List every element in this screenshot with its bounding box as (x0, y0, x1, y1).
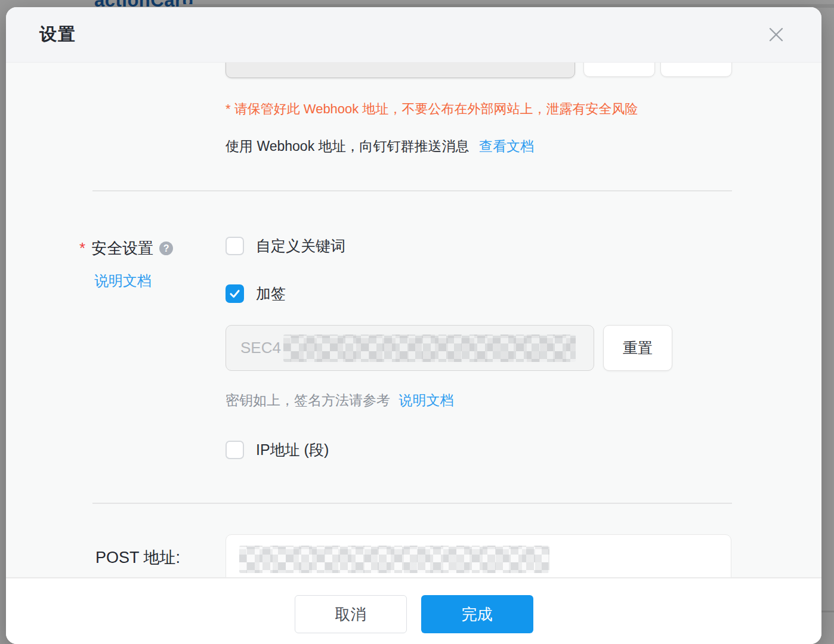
security-settings-label-row: * 安全设置 ? (79, 238, 173, 259)
dialog-body: * 请保管好此 Webhook 地址，不要公布在外部网站上，泄露有安全风险 使用… (6, 63, 821, 577)
checkbox-checked-icon[interactable] (226, 284, 244, 303)
post-address-label: POST 地址: (95, 547, 180, 568)
post-address-redacted-blur (239, 546, 549, 573)
key-note-text: 密钥如上，签名方法请参考 (226, 392, 390, 408)
key-note-line: 密钥如上，签名方法请参考 说明文档 (226, 391, 453, 409)
checkbox-unchecked-icon[interactable] (226, 441, 244, 459)
checkbox-unchecked-icon[interactable] (226, 237, 244, 255)
checkbox-label: 加签 (256, 284, 286, 304)
webhook-action-button-1[interactable] (583, 63, 655, 77)
secret-key-input[interactable]: SEC4 (226, 325, 594, 371)
confirm-button[interactable]: 完成 (421, 595, 533, 633)
close-icon (768, 26, 784, 43)
reset-button[interactable]: 重置 (603, 325, 672, 371)
security-settings-label: 安全设置 (91, 238, 153, 259)
webhook-url-input[interactable] (226, 63, 575, 78)
webhook-usage-line: 使用 Webhook 地址，向钉钉群推送消息 查看文档 (226, 137, 534, 156)
security-doc-link[interactable]: 说明文档 (94, 271, 152, 290)
webhook-usage-text: 使用 Webhook 地址，向钉钉群推送消息 (226, 138, 469, 154)
required-asterisk: * (79, 239, 85, 258)
cancel-button[interactable]: 取消 (295, 595, 407, 633)
section-divider (92, 503, 732, 504)
dialog-title: 设置 (39, 23, 76, 47)
close-button[interactable] (764, 23, 788, 47)
section-divider (92, 190, 732, 191)
help-icon[interactable]: ? (159, 242, 173, 255)
checkbox-label: IP地址 (段) (256, 440, 329, 460)
webhook-warning-text: * 请保管好此 Webhook 地址，不要公布在外部网站上，泄露有安全风险 (226, 100, 638, 118)
check-icon (228, 287, 241, 300)
settings-dialog: 设置 * 请保管好此 Webhook 地址，不要公布在外部网站上，泄露有安全风险… (6, 7, 821, 644)
post-address-input[interactable] (226, 534, 731, 577)
dialog-footer: 取消 完成 (6, 577, 821, 644)
checkbox-label: 自定义关键词 (256, 236, 345, 256)
secret-key-redacted-blur (283, 335, 576, 362)
webhook-action-button-2[interactable] (660, 63, 732, 77)
checkbox-ip-address[interactable]: IP地址 (段) (226, 440, 329, 460)
secret-key-prefix: SEC4 (240, 339, 281, 357)
dialog-header: 设置 (6, 7, 821, 63)
checkbox-sign[interactable]: 加签 (226, 284, 286, 304)
key-note-doc-link[interactable]: 说明文档 (399, 392, 453, 408)
view-docs-link[interactable]: 查看文档 (479, 138, 534, 154)
checkbox-custom-keywords[interactable]: 自定义关键词 (226, 236, 345, 256)
